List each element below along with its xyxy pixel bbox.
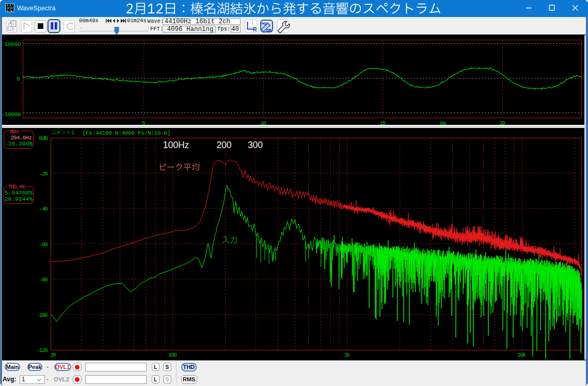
svg-text:dB: dB: [266, 28, 272, 33]
svg-text:15: 15: [380, 120, 386, 126]
svg-text:THD,+N: THD,+N: [8, 184, 25, 190]
svg-text:Max: Max: [10, 128, 19, 135]
svg-text:-100: -100: [36, 312, 48, 318]
svg-text:10000: 10000: [4, 41, 21, 47]
svg-text:-40: -40: [39, 205, 48, 212]
svg-text:-60: -60: [39, 241, 48, 248]
svg-text:100Hz: 100Hz: [163, 140, 189, 150]
svg-text:20.9144%: 20.9144%: [5, 196, 33, 202]
svg-text:0: 0: [17, 75, 20, 82]
svg-text:ms: ms: [440, 120, 447, 126]
svg-text:-10000: -10000: [1, 111, 21, 118]
svg-text:5: 5: [142, 120, 146, 126]
svg-text:[Fs:44100 N:4096 Fs/N:10.8]: [Fs:44100 N:4096 Fs/N:10.8]: [83, 130, 171, 136]
svg-text:20: 20: [50, 351, 56, 358]
svg-text:-120: -120: [36, 347, 48, 353]
svg-text:-26.39dB: -26.39dB: [5, 141, 33, 147]
svg-text:204.6Hz: 204.6Hz: [10, 135, 32, 141]
svg-text:200: 200: [216, 140, 231, 150]
svg-text:10: 10: [260, 120, 266, 126]
svg-text:10k: 10k: [517, 351, 526, 358]
svg-text:20: 20: [499, 120, 505, 126]
svg-text:R: R: [253, 27, 257, 33]
svg-text:-80: -80: [39, 276, 48, 283]
svg-text:0dB: 0dB: [39, 135, 48, 141]
svg-text:5.64788%: 5.64788%: [5, 190, 33, 196]
svg-text:300: 300: [248, 140, 263, 150]
svg-text:1k: 1k: [344, 351, 351, 358]
svg-text:100: 100: [168, 351, 177, 358]
svg-text:-20: -20: [39, 170, 48, 177]
